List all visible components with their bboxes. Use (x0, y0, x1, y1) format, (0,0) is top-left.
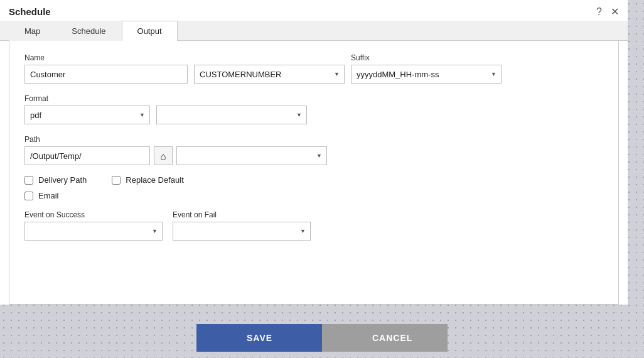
content-area: Name CUSTOMERNUMBER OPTION2 OPTION3 Suff… (9, 41, 619, 305)
format-section: Format pdf xlsx csv docx option1 option2 (24, 94, 603, 124)
format-secondary-select[interactable]: option1 option2 (156, 106, 307, 124)
event-fail-select-wrapper: event1 event2 (173, 222, 311, 241)
replace-default-checkbox-label[interactable]: Replace Default (112, 175, 184, 185)
checkbox-row-1: Delivery Path Replace Default (24, 175, 603, 185)
delivery-path-checkbox-label[interactable]: Delivery Path (24, 175, 87, 185)
email-checkbox[interactable] (24, 192, 33, 200)
name-group: Name (24, 53, 188, 84)
delivery-path-checkbox[interactable] (24, 176, 33, 185)
tab-map[interactable]: Map (9, 21, 56, 41)
name-suffix-section: Name CUSTOMERNUMBER OPTION2 OPTION3 Suff… (24, 53, 603, 84)
tab-bar: Map Schedule Output (0, 21, 628, 41)
event-section: Event on Success event1 event2 Event on … (24, 210, 603, 241)
title-bar: Schedule ? ✕ (0, 0, 628, 21)
format-secondary-select-wrapper: option1 option2 (156, 106, 307, 124)
event-success-group: Event on Success event1 event2 (24, 210, 163, 241)
email-checkbox-label[interactable]: Email (24, 191, 59, 200)
name-label: Name (24, 53, 188, 62)
email-label: Email (38, 191, 59, 200)
help-button[interactable]: ? (596, 7, 602, 17)
replace-default-checkbox[interactable] (112, 176, 121, 185)
close-button[interactable]: ✕ (611, 7, 619, 17)
cancel-button[interactable]: CANCEL (322, 324, 448, 352)
path-label: Path (24, 135, 40, 144)
suffix-select-wrapper: yyyyddMM_HH-mm-ss yyyyMMdd HH-mm-ss (351, 65, 502, 84)
event-fail-label: Event on Fail (173, 210, 311, 219)
tab-output[interactable]: Output (122, 21, 178, 41)
format-select-wrapper: pdf xlsx csv docx (24, 106, 150, 124)
path-section: Path ⌂ option1 option2 (24, 134, 603, 165)
dialog-title: Schedule (9, 6, 51, 17)
save-button[interactable]: SAVE (196, 324, 322, 352)
delivery-path-label: Delivery Path (38, 175, 87, 185)
event-success-select-wrapper: event1 event2 (24, 222, 163, 241)
format-label: Format (24, 94, 48, 103)
checkbox-row-2: Email (24, 191, 603, 200)
customer-number-select-wrapper: CUSTOMERNUMBER OPTION2 OPTION3 (194, 65, 345, 84)
customer-number-select[interactable]: CUSTOMERNUMBER OPTION2 OPTION3 (194, 65, 345, 84)
suffix-select[interactable]: yyyyddMM_HH-mm-ss yyyyMMdd HH-mm-ss (351, 65, 502, 84)
home-button[interactable]: ⌂ (154, 146, 173, 165)
suffix-label: Suffix (351, 53, 502, 62)
event-success-select[interactable]: event1 event2 (24, 222, 163, 241)
replace-default-label: Replace Default (126, 175, 184, 185)
title-icons: ? ✕ (596, 7, 619, 17)
customer-number-group: CUSTOMERNUMBER OPTION2 OPTION3 (194, 65, 345, 84)
path-select-wrapper: option1 option2 (176, 146, 327, 165)
path-input[interactable] (24, 146, 150, 165)
event-fail-group: Event on Fail event1 event2 (173, 210, 311, 241)
name-input[interactable] (24, 65, 188, 84)
path-select[interactable]: option1 option2 (176, 146, 327, 165)
schedule-dialog: Schedule ? ✕ Map Schedule Output Name CU… (0, 0, 628, 305)
tab-schedule[interactable]: Schedule (56, 21, 121, 41)
suffix-group: Suffix yyyyddMM_HH-mm-ss yyyyMMdd HH-mm-… (351, 53, 502, 84)
button-row: SAVE CANCEL (0, 309, 644, 352)
event-success-label: Event on Success (24, 210, 163, 219)
event-fail-select[interactable]: event1 event2 (173, 222, 311, 241)
format-select[interactable]: pdf xlsx csv docx (24, 106, 150, 124)
